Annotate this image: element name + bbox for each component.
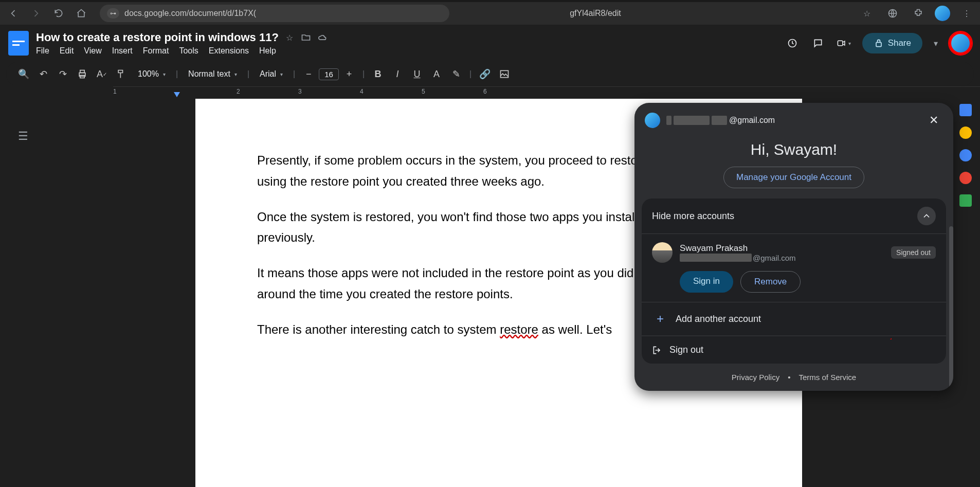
account-name: Swayam Prakash xyxy=(680,243,884,254)
bold-icon[interactable]: B xyxy=(370,66,386,82)
share-label: Share xyxy=(888,38,911,48)
menu-extensions[interactable]: Extensions xyxy=(209,46,249,56)
style-select[interactable]: Normal text▾ xyxy=(183,69,242,79)
undo-icon[interactable]: ↶ xyxy=(35,66,51,82)
greeting-text: Hi, Swayam! xyxy=(634,141,953,158)
ruler: 1 2 3 4 5 6 xyxy=(113,86,980,99)
tasks-icon[interactable] xyxy=(959,149,972,161)
keep-icon[interactable] xyxy=(959,127,972,139)
sign-out-icon xyxy=(652,345,662,355)
search-icon[interactable]: 🔍 xyxy=(15,66,32,82)
remove-button[interactable]: Remove xyxy=(740,271,801,293)
font-select[interactable]: Arial▾ xyxy=(255,69,288,79)
print-icon[interactable] xyxy=(74,66,90,82)
share-dropdown-icon[interactable]: ▾ xyxy=(934,39,938,48)
meet-icon[interactable]: ▾ xyxy=(837,36,851,50)
spellcheck-icon[interactable]: A✓ xyxy=(94,66,110,82)
google-account-button[interactable] xyxy=(949,32,972,55)
increase-font-icon[interactable]: + xyxy=(341,66,357,82)
add-account-label: Add another account xyxy=(676,314,761,324)
contacts-icon[interactable] xyxy=(959,172,972,184)
doc-title[interactable]: How to create a restore point in windows… xyxy=(36,31,279,44)
svg-rect-2 xyxy=(838,41,843,46)
chevron-up-icon xyxy=(917,207,936,225)
sign-out-row[interactable]: Sign out xyxy=(642,336,946,364)
paint-format-icon[interactable] xyxy=(113,66,130,82)
star-icon[interactable]: ☆ xyxy=(284,32,295,43)
toolbar: 🔍 ↶ ↷ A✓ 100%▾ | Normal text▾ | Arial▾ |… xyxy=(6,62,974,86)
popup-footer: Privacy Policy • Terms of Service xyxy=(634,364,953,391)
menu-insert[interactable]: Insert xyxy=(112,46,133,56)
share-button[interactable]: Share xyxy=(862,33,922,53)
menu-edit[interactable]: Edit xyxy=(60,46,74,56)
docs-logo-icon[interactable] xyxy=(8,31,29,56)
browser-bar: ⊶ docs.google.com/document/d/1b7X( gfYl4… xyxy=(0,0,980,25)
sign-in-button[interactable]: Sign in xyxy=(680,271,733,293)
account-popup: @gmail.com ✕ Hi, Swayam! Manage your Goo… xyxy=(634,103,953,391)
underline-icon[interactable]: U xyxy=(409,66,425,82)
close-button[interactable]: ✕ xyxy=(924,111,943,130)
hide-accounts-label: Hide more accounts xyxy=(652,211,734,222)
extensions-icon[interactable] xyxy=(909,4,928,23)
decrease-font-icon[interactable]: − xyxy=(300,66,317,82)
sign-out-label: Sign out xyxy=(669,345,703,355)
url-suffix: gfYl4aiR8/edit xyxy=(570,9,621,18)
account-email: @gmail.com xyxy=(680,254,884,262)
history-icon[interactable] xyxy=(785,36,800,50)
manage-account-button[interactable]: Manage your Google Account xyxy=(723,167,864,188)
link-icon[interactable]: 🔗 xyxy=(477,66,493,82)
globe-icon[interactable] xyxy=(883,4,902,23)
url-text: docs.google.com/document/d/1b7X( xyxy=(124,9,256,18)
italic-icon[interactable]: I xyxy=(389,66,406,82)
site-info-icon[interactable]: ⊶ xyxy=(107,8,119,19)
add-account-row[interactable]: + Add another account xyxy=(642,302,946,335)
comments-icon[interactable] xyxy=(811,36,825,50)
forward-button[interactable] xyxy=(27,4,45,23)
left-gutter: ☰ xyxy=(0,99,46,487)
svg-rect-5 xyxy=(80,70,84,73)
popup-avatar-icon xyxy=(645,113,660,128)
plus-icon: + xyxy=(652,311,668,327)
menu-help[interactable]: Help xyxy=(259,46,276,56)
outline-icon[interactable]: ☰ xyxy=(18,130,28,487)
account-avatar-icon xyxy=(652,242,673,263)
image-icon[interactable] xyxy=(496,66,513,82)
reload-button[interactable] xyxy=(49,4,68,23)
move-icon[interactable] xyxy=(300,32,312,43)
indent-marker-icon[interactable] xyxy=(174,92,180,97)
font-size-input[interactable]: 16 xyxy=(319,68,339,80)
scrollbar[interactable] xyxy=(949,226,953,391)
maps-icon[interactable] xyxy=(959,194,972,207)
account-row[interactable]: Swayam Prakash @gmail.com Signed out xyxy=(642,233,946,271)
menu-bar: File Edit View Insert Format Tools Exten… xyxy=(36,46,328,56)
zoom-select[interactable]: 100%▾ xyxy=(133,69,171,79)
url-bar[interactable]: ⊶ docs.google.com/document/d/1b7X( xyxy=(100,5,449,22)
redo-icon[interactable]: ↷ xyxy=(55,66,71,82)
side-panel xyxy=(951,99,980,487)
menu-file[interactable]: File xyxy=(36,46,49,56)
bookmark-icon[interactable]: ☆ xyxy=(858,4,876,23)
terms-link[interactable]: Terms of Service xyxy=(798,373,856,382)
text-color-icon[interactable]: A xyxy=(428,66,445,82)
menu-tools[interactable]: Tools xyxy=(179,46,198,56)
signed-out-badge: Signed out xyxy=(891,246,936,259)
calendar-icon[interactable] xyxy=(959,104,972,116)
chrome-profile-avatar[interactable] xyxy=(935,6,950,21)
menu-format[interactable]: Format xyxy=(143,46,169,56)
hide-accounts-row[interactable]: Hide more accounts xyxy=(642,199,946,233)
docs-header: How to create a restore point in windows… xyxy=(0,25,980,62)
back-button[interactable] xyxy=(4,4,23,23)
svg-rect-3 xyxy=(876,42,881,46)
highlight-icon[interactable]: ✎ xyxy=(448,66,464,82)
cloud-icon[interactable] xyxy=(317,32,328,43)
chrome-menu-icon[interactable]: ⋮ xyxy=(957,4,976,23)
menu-view[interactable]: View xyxy=(84,46,101,56)
privacy-link[interactable]: Privacy Policy xyxy=(732,373,779,382)
email-display: @gmail.com xyxy=(666,116,775,125)
home-button[interactable] xyxy=(72,4,90,23)
